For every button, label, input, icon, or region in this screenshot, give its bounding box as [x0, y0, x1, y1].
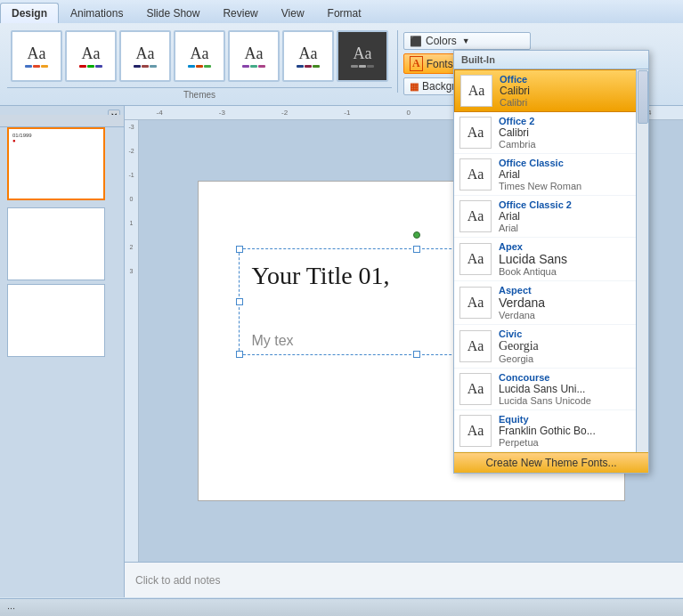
font1-apex: Lucida Sans: [499, 252, 567, 266]
scrollbar-thumb[interactable]: [638, 70, 648, 124]
font-item-info-office2: Office 2CalibriCambria: [499, 116, 536, 150]
font-item-aa-apex: Aa: [459, 243, 492, 275]
colors-label: Colors: [426, 35, 457, 47]
slide-subtitle[interactable]: My tex: [252, 333, 294, 349]
tab-slideshow[interactable]: Slide Show: [134, 3, 211, 23]
font1-office-classic: Arial: [499, 168, 581, 181]
font-item-info-office-classic: Office ClassicArialTimes New Roman: [499, 158, 581, 191]
theme-tile-6[interactable]: Aa: [282, 30, 334, 82]
theme-tile-2-text: Aa: [82, 45, 101, 63]
theme-tile-4-text: Aa: [191, 45, 209, 63]
create-new-theme-fonts-button[interactable]: Create New Theme Fonts...: [454, 452, 648, 473]
colors-button[interactable]: ⬛ Colors ▼: [403, 32, 531, 50]
colors-dropdown-icon: ▼: [462, 36, 470, 45]
theme-tile-3-text: Aa: [136, 45, 155, 63]
font-name-civic: Civic: [499, 328, 539, 339]
slide-thumb-2[interactable]: [7, 207, 105, 280]
colors-icon: ⬛: [410, 36, 422, 47]
font-item-info-equity: EquityFranklin Gothic Bo...Perpetua: [499, 414, 596, 448]
theme-tile-3[interactable]: Aa: [119, 30, 171, 82]
font-item-info-civic: CivicGeorgiaGeorgia: [499, 328, 539, 364]
slide-thumb-3[interactable]: [7, 284, 105, 357]
font-name-office2: Office 2: [499, 116, 536, 126]
handle-tm[interactable]: [413, 246, 420, 253]
font1-office: Calibri: [500, 85, 530, 97]
font-item-apex[interactable]: AaApexLucida SansBook Antiqua: [454, 238, 648, 281]
status-text: ···: [7, 603, 15, 613]
font-item-info-office-classic2: Office Classic 2ArialArial: [499, 199, 572, 233]
font-item-aa-office: Aa: [460, 75, 492, 107]
ribbon-tabs: Design Animations Slide Show Review View…: [0, 0, 683, 23]
font-item-info-aspect: AspectVerdanaVerdana: [499, 285, 545, 320]
handle-ml[interactable]: [236, 298, 243, 305]
font-item-info-office: OfficeCalibriCalibri: [500, 74, 530, 108]
notes-placeholder: Click to add notes: [135, 574, 220, 587]
handle-bl[interactable]: [236, 351, 243, 358]
tab-view[interactable]: View: [270, 3, 316, 23]
scrollbar-track[interactable]: [636, 69, 648, 452]
theme-tile-6-bars: [297, 65, 320, 68]
dropdown-header: Built-In: [454, 51, 648, 69]
font2-office-classic2: Arial: [499, 223, 572, 233]
font2-aspect: Verdana: [499, 310, 545, 320]
tab-animations[interactable]: Animations: [59, 3, 134, 23]
font2-office2: Cambria: [499, 139, 536, 150]
theme-tile-1-text: Aa: [28, 45, 46, 63]
rotate-handle[interactable]: [413, 231, 420, 239]
theme-tile-3-bars: [134, 65, 157, 68]
theme-tile-1-bars: [25, 65, 48, 68]
tab-design[interactable]: Design: [0, 3, 59, 23]
fonts-dropdown: Built-In AaOfficeCalibriCalibriAaOffice …: [453, 50, 649, 474]
font-item-civic[interactable]: AaCivicGeorgiaGeorgia: [454, 325, 648, 369]
font2-office: Calibri: [500, 97, 530, 108]
slide-thumb-1[interactable]: 01/1999 ●: [7, 127, 105, 200]
handle-tl[interactable]: [236, 246, 243, 253]
ribbon-divider-1: [397, 30, 398, 93]
slide-title[interactable]: Your Title 01,: [252, 262, 390, 290]
font-item-info-apex: ApexLucida SansBook Antiqua: [499, 241, 567, 277]
font-item-aa-office-classic2: Aa: [459, 200, 492, 232]
theme-tile-5-bars: [242, 65, 265, 68]
font-name-office-classic2: Office Classic 2: [499, 199, 572, 210]
font-item-aa-equity: Aa: [459, 415, 492, 447]
theme-tile-7-bars: [351, 65, 374, 68]
slide-panel-ruler: [0, 115, 124, 127]
font-items-container: AaOfficeCalibriCalibriAaOffice 2CalibriC…: [454, 69, 648, 452]
font1-equity: Franklin Gothic Bo...: [499, 425, 596, 437]
font1-office2: Calibri: [499, 126, 536, 139]
font-item-aa-office2: Aa: [459, 117, 492, 149]
fonts-icon: A: [410, 56, 423, 71]
theme-tile-1[interactable]: Aa: [11, 30, 62, 82]
theme-tile-7[interactable]: Aa: [337, 30, 388, 82]
ruler-vertical: -3 -2 -1 0 1 2 3: [125, 120, 139, 562]
themes-group: Aa Aa Aa: [7, 27, 392, 100]
font1-office-classic2: Arial: [499, 210, 572, 223]
tab-review[interactable]: Review: [211, 3, 269, 23]
font-item-concourse[interactable]: AaConcourseLucida Sans Uni...Lucida Sans…: [454, 369, 648, 410]
notes-area[interactable]: Click to add notes: [125, 562, 683, 597]
font-item-office-classic2[interactable]: AaOffice Classic 2ArialArial: [454, 196, 648, 238]
theme-tiles-container: Aa Aa Aa: [7, 27, 392, 85]
font-item-aspect[interactable]: AaAspectVerdanaVerdana: [454, 281, 648, 325]
font1-aspect: Verdana: [499, 296, 545, 310]
fonts-label: Fonts: [427, 58, 453, 70]
font-item-aa-concourse: Aa: [459, 373, 492, 405]
font-name-office: Office: [500, 74, 530, 85]
font-name-office-classic: Office Classic: [499, 158, 581, 168]
font-item-equity[interactable]: AaEquityFranklin Gothic Bo...Perpetua: [454, 410, 648, 452]
slide-panel: ✕ 01/1999 ●: [0, 106, 125, 597]
font-item-office-classic[interactable]: AaOffice ClassicArialTimes New Roman: [454, 154, 648, 196]
font2-apex: Book Antiqua: [499, 266, 567, 277]
theme-tile-2[interactable]: Aa: [65, 30, 117, 82]
font-item-office2[interactable]: AaOffice 2CalibriCambria: [454, 112, 648, 154]
font2-concourse: Lucida Sans Unicode: [499, 395, 591, 406]
tab-format[interactable]: Format: [316, 3, 373, 23]
theme-tile-6-text: Aa: [299, 45, 318, 63]
font-item-info-concourse: ConcourseLucida Sans Uni...Lucida Sans U…: [499, 372, 591, 406]
font-item-office[interactable]: AaOfficeCalibriCalibri: [454, 69, 648, 112]
handle-bm[interactable]: [413, 351, 420, 358]
theme-tile-5[interactable]: Aa: [228, 30, 280, 82]
theme-tile-7-text: Aa: [354, 45, 372, 63]
font-name-equity: Equity: [499, 414, 596, 425]
theme-tile-4[interactable]: Aa: [174, 30, 225, 82]
